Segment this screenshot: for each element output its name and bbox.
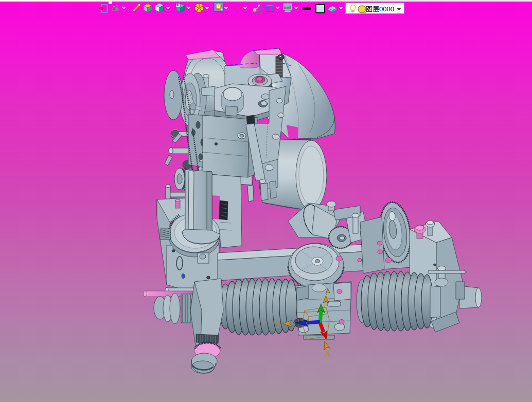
svg-text:X: X (325, 349, 330, 357)
